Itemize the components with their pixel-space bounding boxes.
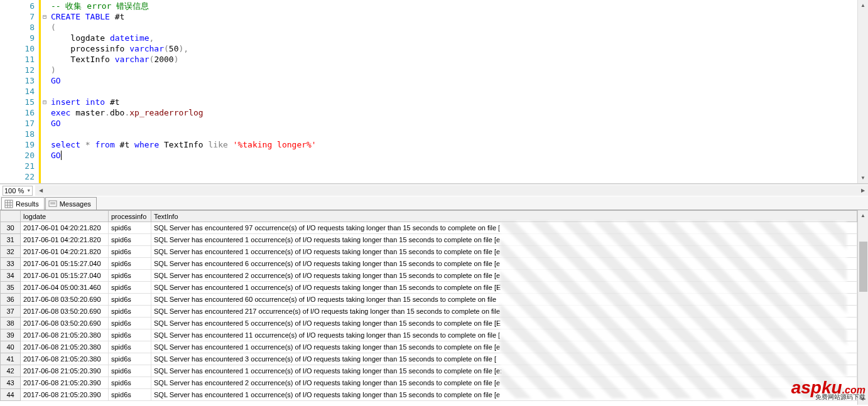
cell[interactable]: 2017-06-01 05:15:27.040 [21,270,109,282]
code-line[interactable]: GO [51,118,857,129]
code-line[interactable]: -- 收集 error 错误信息 [51,1,857,11]
cell[interactable]: 2017-06-08 21:05:20.380 [21,329,109,341]
fold-toggle [41,161,48,171]
svg-rect-0 [5,200,13,208]
cell[interactable]: 2017-06-01 05:15:27.040 [21,258,109,270]
row-number[interactable]: 35 [1,282,21,294]
scrollbar-thumb[interactable] [859,242,867,292]
row-number[interactable]: 43 [1,377,21,389]
code-line[interactable]: exec master.dbo.xp_readerrorlog [51,107,857,118]
cell[interactable]: 2017-06-08 03:50:20.690 [21,306,109,318]
sql-editor[interactable]: 678910111213141516171819202122 ⊟⊟ -- 收集 … [0,0,868,184]
row-number[interactable]: 42 [1,365,21,377]
editor-horizontal-scrollbar[interactable]: ◀ ▶ [35,185,868,196]
row-number[interactable]: 37 [1,306,21,318]
cell[interactable]: spid6s [109,222,151,234]
cell[interactable]: spid6s [109,341,151,353]
cell[interactable]: 2017-06-08 21:05:20.380 [21,341,109,353]
cell[interactable]: 2017-06-08 03:50:20.690 [21,294,109,306]
cell[interactable]: 2017-06-01 04:20:21.820 [21,234,109,246]
row-number[interactable]: 44 [1,389,21,401]
cell[interactable]: spid6s [109,353,151,365]
column-header[interactable]: TextInfo [151,211,857,222]
row-number[interactable]: 40 [1,341,21,353]
cell[interactable]: spid6s [109,389,151,401]
line-number: 15 [0,97,35,107]
line-number: 11 [0,54,35,65]
cell[interactable]: 2017-06-08 21:05:20.380 [21,353,109,365]
code-line[interactable]: ) [51,65,857,75]
zoom-selector[interactable]: 100 % ▼ [3,186,33,196]
scroll-down-icon[interactable]: ▼ [858,394,868,405]
row-number[interactable]: 32 [1,246,21,258]
code-line[interactable]: ( [51,22,857,33]
row-number[interactable]: 30 [1,222,21,234]
scroll-right-icon[interactable]: ▶ [857,185,868,196]
tab-messages[interactable]: Messages [45,197,97,210]
code-line[interactable]: TextInfo varchar(2000) [51,54,857,65]
cell[interactable]: spid6s [109,234,151,246]
fold-toggle [41,54,48,65]
editor-vertical-scrollbar[interactable]: ▲ ▼ [857,0,868,183]
cell[interactable]: 2017-06-08 21:05:20.390 [21,389,109,401]
code-line[interactable]: CREATE TABLE #t [51,11,857,22]
row-number[interactable]: 34 [1,270,21,282]
cell[interactable]: 2017-06-01 04:20:21.820 [21,246,109,258]
code-line[interactable]: processinfo varchar(50), [51,43,857,54]
fold-toggle[interactable]: ⊟ [41,97,48,107]
code-line[interactable]: GO [51,150,857,161]
cell[interactable]: spid6s [109,377,151,389]
code-line[interactable] [51,86,857,97]
fold-toggle [41,171,48,182]
column-header[interactable]: logdate [21,211,109,222]
results-grid-container: logdateprocessinfoTextInfo 302017-06-01 … [0,210,857,405]
fold-gutter[interactable]: ⊟⊟ [41,0,48,183]
cell[interactable]: spid6s [109,258,151,270]
code-line[interactable]: select * from #t where TextInfo like '%t… [51,139,857,150]
line-number: 6 [0,1,35,11]
row-number[interactable]: 41 [1,353,21,365]
line-number: 16 [0,107,35,118]
column-header[interactable]: processinfo [109,211,151,222]
line-number: 14 [0,86,35,97]
cell[interactable]: 2017-06-01 04:20:21.820 [21,222,109,234]
code-line[interactable]: GO [51,75,857,86]
cell[interactable]: spid6s [109,365,151,377]
cell[interactable]: spid6s [109,294,151,306]
row-header-corner[interactable] [1,211,21,222]
scroll-left-icon[interactable]: ◀ [35,185,46,196]
row-number[interactable]: 39 [1,329,21,341]
fold-toggle[interactable]: ⊟ [41,11,48,22]
code-line[interactable] [51,161,857,171]
fold-toggle [41,33,48,43]
row-number[interactable]: 31 [1,234,21,246]
row-number[interactable]: 38 [1,318,21,329]
line-number: 18 [0,129,35,139]
fold-toggle [41,22,48,33]
cell[interactable]: spid6s [109,306,151,318]
line-number: 17 [0,118,35,129]
cell[interactable]: spid6s [109,329,151,341]
cell[interactable]: spid6s [109,270,151,282]
cell[interactable]: spid6s [109,318,151,329]
cell[interactable]: 2017-06-08 21:05:20.390 [21,365,109,377]
code-line[interactable] [51,171,857,182]
code-line[interactable]: logdate datetime, [51,33,857,43]
code-line[interactable] [51,129,857,139]
line-number: 9 [0,33,35,43]
cell[interactable]: 2017-06-08 03:50:20.690 [21,318,109,329]
tab-results[interactable]: Results [1,197,45,210]
row-number[interactable]: 33 [1,258,21,270]
cell[interactable]: 2017-06-08 21:05:20.390 [21,377,109,389]
scroll-up-icon[interactable]: ▲ [858,210,868,221]
cell[interactable]: spid6s [109,282,151,294]
results-vertical-scrollbar[interactable]: ▲ ▼ [857,210,868,405]
line-number: 13 [0,75,35,86]
code-line[interactable]: insert into #t [51,97,857,107]
scroll-up-icon[interactable]: ▲ [858,0,868,11]
cell[interactable]: spid6s [109,246,151,258]
scroll-down-icon[interactable]: ▼ [858,173,868,183]
row-number[interactable]: 36 [1,294,21,306]
code-pane[interactable]: -- 收集 error 错误信息CREATE TABLE #t( logdate… [48,0,857,183]
cell[interactable]: 2017-06-04 05:00:31.460 [21,282,109,294]
